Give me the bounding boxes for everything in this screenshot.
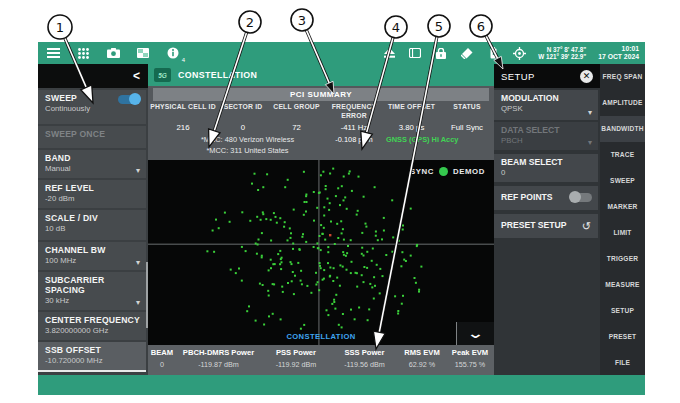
setup-item-data-select[interactable]: DATA SELECT PBCH ▾	[494, 122, 598, 150]
setup-item-preset-setup[interactable]: PRESET SETUP ↺	[494, 214, 598, 238]
menu-item-setup[interactable]: SETUP	[600, 297, 645, 323]
gps-target-icon[interactable]	[512, 47, 526, 60]
menu-item-measure[interactable]: MEASURE	[600, 271, 645, 297]
measurement-headers: BEAM PBCH-DMRS Power PSS Power SSS Power…	[148, 348, 494, 357]
sweep-toggle[interactable]	[118, 95, 140, 104]
pss-power-value: -119.92 dBm	[261, 360, 331, 369]
sidebar-item-scale-div[interactable]: SCALE / DIV 10 dB	[38, 210, 146, 240]
sidebar-item-sweep[interactable]: SWEEP Continuously	[38, 90, 146, 124]
channel-bw-label: CHANNEL BW	[45, 245, 140, 255]
gps-coordinates: N 37° 8' 47.8" W 121° 39' 22.9"	[538, 46, 586, 61]
pci-summary-headers: PHYSICAL CELL ID SECTOR ID CELL GROUP FR…	[148, 103, 494, 120]
info-icon[interactable]: 4	[166, 47, 180, 60]
beam-select-value: 0	[501, 168, 592, 178]
setup-item-modulation[interactable]: MODULATION QPSK ▾	[494, 90, 598, 120]
collapse-sidebar-button[interactable]: <	[133, 68, 140, 84]
expand-results-button[interactable]: ⌄	[456, 322, 494, 345]
setup-item-ref-points[interactable]: REF POINTS	[494, 186, 598, 210]
menu-item-trigger[interactable]: TRIGGER	[600, 245, 645, 271]
eject-icon[interactable]	[382, 47, 396, 60]
date: 17 OCT 2024	[598, 53, 639, 61]
sidebar-item-subcarrier-spacing[interactable]: SUBCARRIER SPACING 30 kHz ▾	[38, 272, 146, 310]
5g-badge-icon: 5G	[154, 68, 171, 82]
peak-evm-value: 155.75 %	[446, 360, 494, 369]
sidebar-item-band[interactable]: BAND Manual ▾	[38, 150, 146, 178]
constellation-plot[interactable]: SYNC DEMOD CONSTELLATION ⌄	[148, 160, 494, 345]
reset-icon: ↺	[582, 221, 591, 232]
setup-panel-header: SETUP ✕	[494, 64, 600, 88]
close-icon[interactable]: ✕	[580, 70, 593, 83]
mnc-text: *MNC: 480 Verizon Wireless	[160, 135, 335, 144]
ref-level-value: -20 dBm	[45, 194, 140, 204]
sidebar-item-channel-bw[interactable]: CHANNEL BW 100 MHz ▾	[38, 242, 146, 270]
col-header: PHYSICAL CELL ID	[148, 103, 218, 120]
data-select-label: DATA SELECT	[501, 125, 592, 135]
col-header: CELL GROUP	[268, 103, 325, 120]
pci-summary-section: PCI SUMMARY PHYSICAL CELL ID SECTOR ID C…	[148, 86, 494, 160]
settings-sidebar: < SWEEP Continuously SWEEP ONCE BAND Man…	[38, 64, 148, 375]
svg-text:1: 1	[56, 20, 64, 35]
setup-panel-title: SETUP	[501, 71, 535, 82]
sidebar-item-ref-level[interactable]: REF LEVEL -20 dBm	[38, 180, 146, 208]
col-header: BEAM	[148, 348, 176, 357]
menu-item-bandwidth[interactable]: BANDWIDTH	[600, 116, 645, 142]
band-label: BAND	[45, 153, 140, 163]
demod-label: DEMOD	[453, 167, 485, 176]
physical-cell-id-value: 216	[148, 123, 218, 132]
sector-id-value: 0	[218, 123, 268, 132]
menu-item-amplitude[interactable]: AMPLITUDE	[600, 90, 645, 116]
main-menu: FREQ SPAN AMPLITUDE BANDWIDTH TRACE SWEE…	[600, 64, 645, 375]
sidebar-item-ssb-offset[interactable]: SSB OFFSET -10.720000 MHz	[38, 342, 146, 372]
footer-bar	[38, 375, 645, 395]
svg-text:4: 4	[392, 20, 400, 35]
chevron-down-icon: ▾	[588, 109, 592, 117]
preset-setup-label: PRESET SETUP	[501, 220, 592, 230]
beam-select-label: BEAM SELECT	[501, 157, 592, 167]
band-value: Manual	[45, 164, 140, 174]
cell-group-value: 72	[268, 123, 325, 132]
ref-points-toggle[interactable]	[570, 193, 592, 202]
col-header: Peak EVM	[446, 348, 494, 357]
sidebar-item-sweep-once[interactable]: SWEEP ONCE	[38, 126, 146, 148]
chevron-down-icon: ▾	[136, 167, 140, 175]
display-layout-icon[interactable]	[136, 47, 150, 60]
apps-grid-icon[interactable]	[76, 47, 90, 60]
pci-summary-values: 216 0 72 -411 Hz 3.80 µs Full Sync	[148, 123, 494, 132]
time-offset-value: 3.80 µs	[383, 123, 440, 132]
frequency-error-value: -411 Hz	[325, 123, 383, 132]
camera-icon[interactable]	[106, 47, 120, 60]
sync-demod-indicator: SYNC DEMOD	[410, 167, 485, 176]
center-frequency-value: 3.820000000 GHz	[45, 326, 140, 336]
menu-icon[interactable]	[46, 47, 60, 60]
setup-item-beam-select[interactable]: BEAM SELECT 0	[494, 154, 598, 182]
pbch-dmrs-power-value: -119.87 dBm	[176, 360, 261, 369]
menu-item-sweep[interactable]: SWEEP	[600, 168, 645, 194]
notebook-icon[interactable]	[408, 47, 422, 60]
analyzer-screen: 4 N 37° 8' 47.8" W 121	[38, 42, 645, 395]
menu-item-marker[interactable]: MARKER	[600, 194, 645, 220]
center-frequency-label: CENTER FREQUENCY	[45, 315, 140, 325]
menu-item-file[interactable]: FILE	[600, 349, 645, 375]
sync-label: SYNC	[410, 167, 434, 176]
sidebar-item-center-frequency[interactable]: CENTER FREQUENCY 3.820000000 GHz	[38, 312, 146, 340]
menu-item-limit[interactable]: LIMIT	[600, 220, 645, 246]
battery-icon[interactable]	[486, 47, 500, 60]
scale-div-value: 10 dB	[45, 224, 140, 234]
menu-item-trace[interactable]: TRACE	[600, 142, 645, 168]
menu-item-freq-span[interactable]: FREQ SPAN	[600, 64, 645, 90]
lock-icon[interactable]	[434, 47, 448, 60]
col-header: STATUS	[440, 103, 494, 120]
svg-text:5: 5	[435, 19, 443, 34]
sweep-value: Continuously	[45, 104, 140, 114]
measurement-values: 0 -119.87 dBm -119.92 dBm -119.56 dBm 62…	[148, 360, 494, 369]
status-value: Full Sync	[440, 123, 494, 132]
svg-text:6: 6	[477, 19, 485, 34]
menu-item-preset[interactable]: PRESET	[600, 323, 645, 349]
col-header: TIME OFFSET	[383, 103, 440, 120]
tag-icon[interactable]	[460, 47, 474, 60]
measurement-window: 5G CONSTELLATION PCI SUMMARY PHYSICAL CE…	[148, 64, 494, 375]
col-header: PSS Power	[261, 348, 331, 357]
window-title: CONSTELLATION	[178, 70, 257, 80]
info-badge-count: 4	[182, 57, 185, 63]
gps-lon: W 121° 39' 22.9"	[538, 53, 586, 61]
